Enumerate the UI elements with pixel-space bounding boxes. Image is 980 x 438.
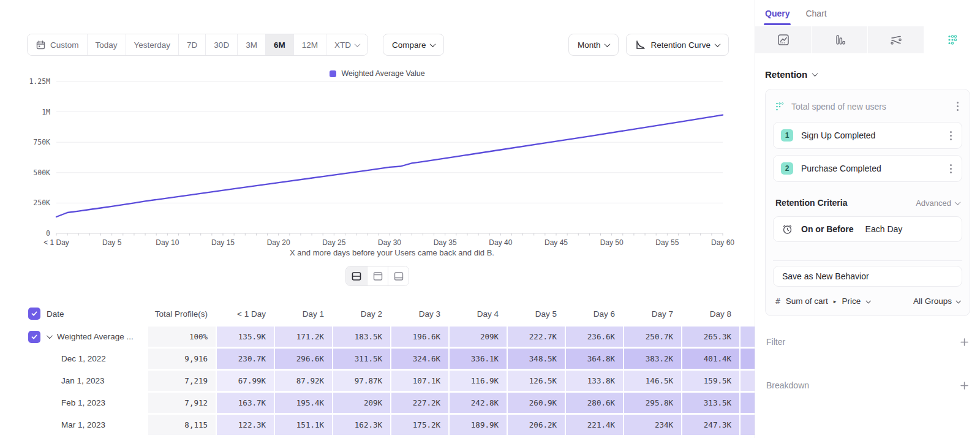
breakdown-label: Breakdown: [766, 380, 809, 390]
tab-chart[interactable]: Chart: [805, 0, 826, 26]
retention-value-cell: 227.2K: [391, 393, 448, 413]
chevron-down-icon: [812, 70, 818, 77]
retention-value-cell: 295.8K: [624, 393, 681, 413]
retention-grid-icon: [946, 33, 959, 47]
retention-value-cell: 97.87K: [333, 371, 390, 391]
svg-text:250K: 250K: [33, 198, 50, 207]
chart-type-line-button[interactable]: [755, 26, 812, 53]
event-label: Sign Up Completed: [801, 130, 940, 140]
svg-text:750K: 750K: [33, 138, 50, 146]
split-chart-table-view-button[interactable]: [346, 266, 367, 285]
retention-value-cell: 206.2K: [508, 415, 565, 435]
table-row[interactable]: Jan 1, 20237,21967.99K87.92K97.87K107.1K…: [18, 371, 755, 391]
row-checkbox[interactable]: [28, 308, 40, 320]
legend-swatch: [330, 70, 336, 77]
range-custom-button[interactable]: Custom: [28, 34, 87, 55]
criteria-condition-card[interactable]: On or Before Each Day: [773, 216, 962, 242]
measure-dropdown[interactable]: Sum of cart: [786, 296, 828, 306]
retention-value-cell: 209K: [450, 327, 507, 347]
behavior-header: Total spend of new users: [773, 97, 962, 122]
retention-value-cell: 265.3K: [682, 327, 739, 347]
retention-value-cell: 313.5K: [682, 393, 739, 413]
retention-value-cell: 171.2K: [275, 327, 332, 347]
tab-query[interactable]: Query: [765, 0, 790, 26]
retention-value-cell: 122.3K: [217, 415, 274, 435]
retention-curve-icon: [635, 40, 646, 50]
chart-type-bar-button[interactable]: [812, 26, 868, 53]
chart-type-flow-button[interactable]: [868, 26, 924, 53]
breakdown-add-row[interactable]: Breakdown: [766, 380, 969, 390]
legend-label: Weighted Average Value: [341, 69, 424, 78]
groups-dropdown[interactable]: All Groups: [913, 296, 960, 306]
svg-text:Day 25: Day 25: [322, 238, 345, 247]
column-header: Day 8: [682, 304, 739, 323]
date-column-header: Date: [18, 304, 147, 323]
svg-text:Day 45: Day 45: [545, 238, 568, 247]
criteria-value: Each Day: [865, 224, 903, 234]
row-checkbox[interactable]: [28, 331, 40, 343]
granularity-dropdown[interactable]: Month: [568, 34, 619, 56]
split-view-icon: [351, 271, 362, 282]
range-12m-button[interactable]: 12M: [293, 34, 326, 55]
row-label-cell[interactable]: Dec 1, 2022: [18, 349, 147, 369]
arrow-right-icon: ▸: [834, 298, 837, 304]
retention-value-cell: 126.5K: [508, 371, 565, 391]
retention-value-cell: 107.1K: [391, 371, 448, 391]
retention-value-cell: 242.8K: [450, 393, 507, 413]
filter-add-row[interactable]: Filter: [766, 337, 969, 347]
kebab-menu-icon[interactable]: [948, 162, 954, 176]
check-icon: [31, 310, 38, 317]
save-as-new-behavior-button[interactable]: Save as New Behavior: [773, 266, 962, 287]
event-card-signup[interactable]: 1 Sign Up Completed: [773, 122, 962, 149]
chevron-down-icon: [866, 298, 871, 303]
column-header: Day 7: [624, 304, 681, 323]
chart-only-view-button[interactable]: [367, 266, 388, 285]
retention-value-cell: 183.5K: [333, 327, 390, 347]
svg-text:Day 30: Day 30: [378, 238, 401, 247]
row-label-cell[interactable]: Feb 1, 2023: [18, 393, 147, 413]
range-30d-button[interactable]: 30D: [205, 34, 237, 55]
table-row[interactable]: Mar 1, 20238,115122.3K151.1K162.3K175.2K…: [18, 415, 755, 435]
table-row[interactable]: Feb 1, 20237,912163.7K195.4K209K227.2K24…: [18, 393, 755, 413]
svg-text:Day 40: Day 40: [489, 238, 512, 247]
range-xtd-button[interactable]: XTD: [326, 34, 368, 55]
svg-text:Day 10: Day 10: [156, 238, 179, 247]
total-profiles-cell: 7,912: [148, 393, 216, 413]
advanced-dropdown[interactable]: Advanced: [916, 198, 960, 208]
chart-type-retention-button[interactable]: [924, 26, 980, 53]
row-label-cell[interactable]: Mar 1, 2023: [18, 415, 147, 435]
column-header: Day 2: [333, 304, 390, 323]
row-label-cell[interactable]: Weighted Average ...: [18, 327, 147, 347]
measure-property[interactable]: Price: [842, 296, 861, 306]
table-row[interactable]: Dec 1, 20229,916230.7K296.6K311.5K324.6K…: [18, 349, 755, 369]
range-today-button[interactable]: Today: [87, 34, 126, 55]
chart-type-dropdown[interactable]: Retention Curve: [626, 34, 729, 56]
retention-value-cell: 67.99K: [217, 371, 274, 391]
chevron-down-icon: [956, 298, 960, 303]
chart-caption: X and more days before your Users came b…: [31, 248, 753, 257]
retention-value-cell: 135.9K: [217, 327, 274, 347]
retention-value-cell: 260.9K: [508, 393, 565, 413]
compare-button[interactable]: Compare: [383, 34, 445, 56]
retention-line-chart: 0250K500K750K1M1.25M< 1 DayDay 5Day 10Da…: [18, 78, 741, 248]
retention-value-cell: 195.4K: [275, 393, 332, 413]
row-label-cell[interactable]: Jan 1, 2023: [18, 371, 147, 391]
kebab-menu-icon[interactable]: [948, 129, 954, 143]
kebab-menu-icon[interactable]: [954, 99, 961, 113]
retention-section-dropdown[interactable]: Retention: [765, 69, 970, 80]
total-profiles-cell: 8,115: [148, 415, 216, 435]
event-card-purchase[interactable]: 2 Purchase Completed: [773, 155, 962, 182]
svg-text:Day 20: Day 20: [267, 238, 290, 247]
range-3m-button[interactable]: 3M: [237, 34, 265, 55]
table-header-row: DateTotal Profile(s)< 1 DayDay 1Day 2Day…: [18, 304, 755, 323]
event-index-badge: 1: [781, 129, 793, 142]
svg-text:Day 50: Day 50: [600, 238, 624, 247]
chevron-down-icon[interactable]: [47, 333, 53, 339]
table-only-view-button[interactable]: [388, 266, 409, 285]
range-7d-button[interactable]: 7D: [178, 34, 205, 55]
range-6m-button[interactable]: 6M: [265, 34, 293, 55]
retention-value-cell: 159.5K: [682, 371, 739, 391]
table-row-weighted-average[interactable]: Weighted Average ...100%135.9K171.2K183.…: [18, 327, 755, 347]
svg-text:Day 60: Day 60: [711, 238, 734, 247]
range-yesterday-button[interactable]: Yesterday: [126, 34, 179, 55]
